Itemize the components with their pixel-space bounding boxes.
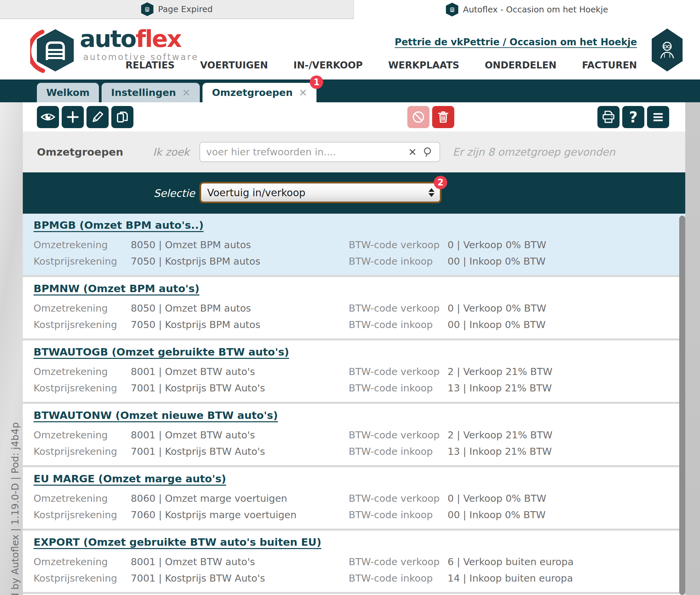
label-kostprijsrekening: Kostprijsrekening [33, 508, 131, 521]
selection-value: Voertuig in/verkoop [201, 187, 305, 199]
label-btw-code-inkoop: BTW-code inkoop [349, 445, 447, 458]
search-box: ✕ [200, 142, 440, 162]
selection-band: Selectie Voertuig in/verkoop 2 [23, 172, 685, 214]
print-button[interactable] [597, 106, 619, 128]
tab-omzetgroepen[interactable]: Omzetgroepen ✕ 1 [203, 83, 317, 102]
omzetgroep-title-link[interactable]: BPMGB (Omzet BPM auto's..) [33, 219, 204, 231]
autoflex-favicon-icon [446, 3, 458, 17]
workspace-tab-band: Welkom Instellingen ✕ Omzetgroepen ✕ 1 [0, 80, 700, 102]
value-omzetrekening: 8060 | Omzet marge voertuigen [131, 492, 349, 505]
browser-tab-bar: Page Expired Autoflex - Occasion om het … [0, 0, 700, 19]
label-btw-code-inkoop: BTW-code inkoop [349, 508, 447, 521]
omzetgroep-list-item[interactable]: BTWAUTONW (Omzet nieuwe BTW auto's) Omze… [23, 404, 685, 465]
omzetgroep-list-item[interactable]: BPMGB (Omzet BPM auto's..) Omzetrekening… [23, 214, 685, 275]
omzetgroep-list-item[interactable]: EXPORT (Omzet gebruikte BTW auto's buite… [23, 531, 685, 592]
hamburger-icon [651, 110, 666, 124]
person-icon [656, 37, 678, 62]
search-icon[interactable] [421, 147, 439, 157]
nav-in-verkoop[interactable]: IN-/VERKOOP [293, 60, 363, 71]
eye-icon [40, 109, 56, 125]
delete-button[interactable] [432, 106, 454, 128]
nav-onderdelen[interactable]: ONDERDELEN [485, 60, 556, 71]
value-btw-code-inkoop: 00 | Inkoop 0% BTW [447, 318, 685, 331]
omzetgroep-list-item[interactable]: BPMNW (Omzet BPM auto's) Omzetrekening 8… [23, 277, 685, 338]
tab-label: Omzetgroepen [212, 87, 293, 98]
help-button[interactable]: ? [622, 106, 644, 128]
omzetgroep-list-item[interactable]: EU MARGE (Omzet marge auto's) Omzetreken… [23, 467, 685, 529]
tab-welkom[interactable]: Welkom [37, 83, 99, 102]
pencil-icon [90, 109, 105, 125]
label-kostprijsrekening: Kostprijsrekening [33, 318, 131, 331]
user-company-link[interactable]: Pettrie de vkPettrie / Occasion om het H… [395, 36, 637, 48]
label-kostprijsrekening: Kostprijsrekening [33, 255, 131, 268]
value-kostprijsrekening: 7050 | Kostprijs BPM autos [131, 255, 349, 268]
label-btw-code-inkoop: BTW-code inkoop [349, 318, 447, 331]
label-omzetrekening: Omzetrekening [33, 365, 131, 378]
label-kostprijsrekening: Kostprijsrekening [33, 445, 131, 458]
value-kostprijsrekening: 7001 | Kostprijs BTW Auto's [131, 572, 349, 585]
value-btw-code-verkoop: 0 | Verkoop 0% BTW [447, 492, 685, 505]
label-btw-code-inkoop: BTW-code inkoop [349, 382, 447, 394]
plus-icon [65, 110, 80, 124]
autoflex-app: Page Expired Autoflex - Occasion om het … [0, 0, 700, 595]
value-omzetrekening: 8001 | Omzet BTW auto's [131, 556, 349, 568]
label-btw-code-verkoop: BTW-code verkoop [349, 492, 447, 505]
copy-button[interactable] [111, 106, 134, 128]
label-omzetrekening: Omzetrekening [33, 302, 131, 315]
close-icon[interactable]: ✕ [299, 87, 307, 98]
label-btw-code-verkoop: BTW-code verkoop [349, 302, 447, 315]
label-omzetrekening: Omzetrekening [33, 429, 131, 442]
value-btw-code-inkoop: 00 | Inkoop 0% BTW [447, 508, 685, 521]
add-button[interactable] [62, 106, 84, 128]
value-omzetrekening: 8001 | Omzet BTW auto's [131, 429, 349, 442]
question-icon: ? [629, 109, 638, 126]
user-avatar[interactable] [652, 29, 682, 72]
main-nav: RELATIES VOERTUIGEN IN-/VERKOOP WERKPLAA… [125, 60, 637, 71]
browser-tab-page-expired[interactable]: Page Expired [0, 0, 354, 19]
label-btw-code-verkoop: BTW-code verkoop [349, 429, 447, 442]
block-button[interactable] [407, 106, 430, 128]
window-right-margin [685, 102, 700, 595]
value-btw-code-inkoop: 13 | Inkoop 21% BTW [447, 445, 685, 458]
view-button[interactable] [37, 106, 59, 128]
omzetgroep-title-link[interactable]: BTWAUTONW (Omzet nieuwe BTW auto's) [33, 409, 278, 421]
result-count-text: Er zijn 8 omzetgroep gevonden [453, 146, 615, 158]
omzetgroep-title-link[interactable]: BPMNW (Omzet BPM auto's) [33, 282, 200, 294]
omzetgroep-list-item[interactable]: BTWAUTOGB (Omzet gebruikte BTW auto's) O… [23, 340, 685, 402]
tab-badge: 1 [310, 76, 323, 89]
value-btw-code-verkoop: 2 | Verkoop 21% BTW [447, 365, 685, 378]
close-icon[interactable]: ✕ [182, 87, 191, 98]
omzetgroep-title-link[interactable]: EXPORT (Omzet gebruikte BTW auto's buite… [33, 536, 321, 548]
label-kostprijsrekening: Kostprijsrekening [33, 382, 131, 394]
tab-label: Instellingen [111, 87, 176, 98]
omzetgroep-title-link[interactable]: EU MARGE (Omzet marge auto's) [33, 473, 226, 485]
edit-button[interactable] [87, 106, 109, 128]
omzetgroep-details: Omzetrekening 8001 | Omzet BTW auto's BT… [33, 365, 685, 394]
search-input[interactable] [200, 146, 404, 158]
autoflex-favicon-icon [141, 2, 153, 16]
menu-button[interactable] [647, 106, 669, 128]
value-kostprijsrekening: 7060 | Kostprijs marge voertuigen [131, 508, 349, 521]
tab-instellingen[interactable]: Instellingen ✕ [101, 83, 200, 102]
select-arrows-icon [429, 188, 440, 197]
vertical-scrollbar[interactable] [679, 216, 685, 595]
nav-werkplaats[interactable]: WERKPLAATS [388, 60, 459, 71]
search-prompt-label: Ik zoek [153, 146, 189, 158]
toolbar: ? [23, 102, 685, 132]
value-btw-code-inkoop: 14 | Inkoop buiten europa [447, 572, 685, 585]
omzetgroep-title-link[interactable]: BTWAUTOGB (Omzet gebruikte BTW auto's) [33, 346, 289, 358]
nav-facturen[interactable]: FACTUREN [582, 60, 637, 71]
browser-tab-autoflex[interactable]: Autoflex - Occasion om het Hoekje [354, 0, 700, 19]
value-omzetrekening: 8001 | Omzet BTW auto's [131, 365, 349, 378]
omzetgroep-details: Omzetrekening 8001 | Omzet BTW auto's BT… [33, 429, 685, 458]
value-btw-code-inkoop: 13 | Inkoop 21% BTW [447, 382, 685, 394]
nav-voertuigen[interactable]: VOERTUIGEN [200, 60, 268, 71]
nav-relaties[interactable]: RELATIES [125, 60, 175, 71]
clear-search-icon[interactable]: ✕ [404, 146, 421, 158]
autoflex-logo-icon [30, 27, 77, 77]
label-btw-code-inkoop: BTW-code inkoop [349, 572, 447, 585]
selection-dropdown[interactable]: Voertuig in/verkoop [200, 182, 441, 203]
omzetgroep-details: Omzetrekening 8050 | Omzet BPM autos BTW… [33, 302, 685, 331]
label-btw-code-verkoop: BTW-code verkoop [349, 556, 447, 568]
value-btw-code-verkoop: 2 | Verkoop 21% BTW [447, 429, 685, 442]
